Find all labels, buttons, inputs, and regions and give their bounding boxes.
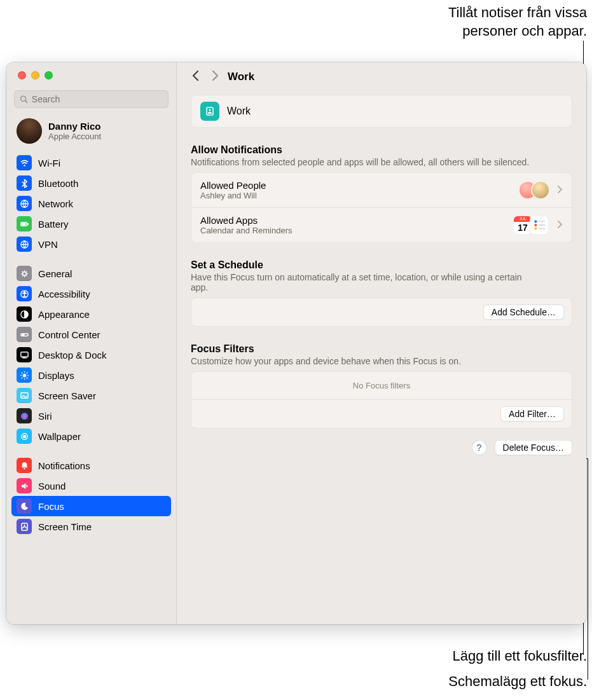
add-schedule-button[interactable]: Add Schedule… <box>483 305 564 320</box>
allowed-apps-row[interactable]: Allowed Apps Calendar and Reminders JUL … <box>191 207 572 242</box>
sidebar-item-screen-time[interactable]: Screen Time <box>11 516 171 537</box>
svg-rect-29 <box>24 468 25 469</box>
focus-name-label: Work <box>227 106 251 117</box>
search-field[interactable] <box>14 90 169 108</box>
svg-point-32 <box>209 109 211 111</box>
focus-icon <box>17 498 32 514</box>
sidebar-item-wi-fi[interactable]: Wi-Fi <box>11 153 171 173</box>
person-avatar <box>531 181 550 200</box>
svg-point-26 <box>20 412 27 419</box>
section-focus-filters: Focus Filters Customize how your apps an… <box>191 343 572 366</box>
siri-icon <box>17 408 32 423</box>
focus-name-row[interactable]: Work <box>191 95 572 128</box>
sidebar-item-displays[interactable]: Displays <box>11 365 171 385</box>
footer-actions: ? Delete Focus… <box>191 440 572 455</box>
filters-empty-label: No Focus filters <box>191 372 572 400</box>
delete-focus-button[interactable]: Delete Focus… <box>495 440 572 455</box>
app-icon-cluster: JUL 17 <box>513 214 551 236</box>
sidebar-item-general[interactable]: General <box>11 263 171 284</box>
allowed-people-title: Allowed People <box>200 180 511 191</box>
sidebar-item-focus[interactable]: Focus <box>11 496 171 516</box>
sidebar-item-appearance[interactable]: Appearance <box>11 304 171 324</box>
callout-schedule: Schemalägg ett fokus. <box>448 673 587 691</box>
wi-fi-icon <box>17 155 32 170</box>
sidebar-item-notifications[interactable]: Notifications <box>11 455 171 476</box>
sidebar-item-control-center[interactable]: Control Center <box>11 324 171 345</box>
search-input[interactable] <box>32 94 163 104</box>
sidebar-item-siri[interactable]: Siri <box>11 406 171 426</box>
appearance-icon <box>17 306 32 322</box>
sidebar-item-sound[interactable]: Sound <box>11 476 171 496</box>
sidebar-item-desktop-dock[interactable]: Desktop & Dock <box>11 345 171 365</box>
reminders-app-icon <box>530 216 549 235</box>
callout-leader <box>588 458 588 680</box>
minimize-icon[interactable] <box>31 71 39 79</box>
sidebar-item-network[interactable]: Network <box>11 193 171 214</box>
sidebar-item-label: Control Center <box>38 329 100 340</box>
sidebar-item-label: Sound <box>38 481 65 491</box>
sidebar-item-label: Bluetooth <box>38 178 78 189</box>
nav-back-button[interactable] <box>191 69 201 85</box>
filters-heading: Focus Filters <box>191 343 572 355</box>
svg-point-36 <box>534 224 537 226</box>
svg-rect-37 <box>539 224 545 226</box>
sidebar-item-label: Screen Saver <box>38 390 96 401</box>
account-sub: Apple Account <box>48 132 101 141</box>
general-icon <box>17 266 32 281</box>
control-center-icon <box>17 327 32 342</box>
displays-icon <box>17 367 32 383</box>
badge-icon <box>200 102 219 121</box>
svg-rect-6 <box>21 223 25 225</box>
zoom-icon[interactable] <box>45 71 53 79</box>
sidebar-item-wallpaper[interactable]: Wallpaper <box>11 426 171 446</box>
account-row[interactable]: Danny Rico Apple Account <box>6 116 176 151</box>
network-icon <box>17 196 32 211</box>
nav-forward-button <box>210 69 220 85</box>
svg-point-16 <box>22 373 26 377</box>
people-avatar-cluster <box>518 179 551 201</box>
sidebar-item-label: Appearance <box>38 309 90 320</box>
sidebar-item-battery[interactable]: Battery <box>11 214 171 234</box>
help-button[interactable]: ? <box>472 440 487 455</box>
svg-point-28 <box>23 435 25 437</box>
sidebar-item-label: Wi-Fi <box>38 158 60 168</box>
allowed-apps-sub: Calendar and Reminders <box>200 226 506 235</box>
svg-rect-33 <box>208 112 212 114</box>
svg-point-38 <box>534 228 537 230</box>
sidebar-item-bluetooth[interactable]: Bluetooth <box>11 173 171 193</box>
add-filter-button[interactable]: Add Filter… <box>500 406 564 422</box>
svg-point-8 <box>22 271 26 275</box>
sidebar-item-label: Desktop & Dock <box>38 350 107 360</box>
svg-rect-5 <box>27 223 27 224</box>
sidebar-item-label: General <box>38 268 72 279</box>
sidebar-item-accessibility[interactable]: Accessibility <box>11 284 171 304</box>
screen-saver-icon <box>17 388 32 403</box>
filters-subheading: Customize how your apps and device behav… <box>191 356 534 366</box>
svg-point-0 <box>21 96 26 101</box>
svg-rect-15 <box>22 357 27 358</box>
svg-line-1 <box>25 100 27 102</box>
allow-list: Allowed People Ashley and Will Allowed A… <box>191 172 572 243</box>
section-set-schedule: Set a Schedule Have this Focus turn on a… <box>191 259 572 292</box>
svg-rect-14 <box>20 352 27 357</box>
sidebar-item-label: Wallpaper <box>38 431 81 442</box>
sidebar-item-screen-saver[interactable]: Screen Saver <box>11 385 171 406</box>
svg-line-21 <box>21 372 22 373</box>
settings-window: Danny Rico Apple Account Wi-FiBluetoothN… <box>6 62 586 624</box>
screen-time-icon <box>17 519 32 534</box>
callout-allow-notifications: Tillåt notiser från vissa personer och a… <box>396 4 587 40</box>
sidebar-group-network: Wi-FiBluetoothNetworkBatteryVPN <box>6 151 176 256</box>
sidebar-item-label: Notifications <box>38 460 90 471</box>
notifications-icon <box>17 458 32 473</box>
sidebar-item-label: Network <box>38 198 73 209</box>
sound-icon <box>17 478 32 493</box>
sidebar-item-vpn[interactable]: VPN <box>11 234 171 254</box>
svg-rect-25 <box>20 392 27 397</box>
allow-subheading: Notifications from selected people and a… <box>191 157 534 167</box>
allowed-people-row[interactable]: Allowed People Ashley and Will <box>191 173 572 207</box>
callout-add-filter: Lägg till ett fokusfilter. <box>452 647 587 666</box>
sidebar: Danny Rico Apple Account Wi-FiBluetoothN… <box>6 62 177 624</box>
chevron-right-icon <box>556 220 563 231</box>
close-icon[interactable] <box>18 71 26 79</box>
sidebar-item-label: Battery <box>38 219 69 230</box>
